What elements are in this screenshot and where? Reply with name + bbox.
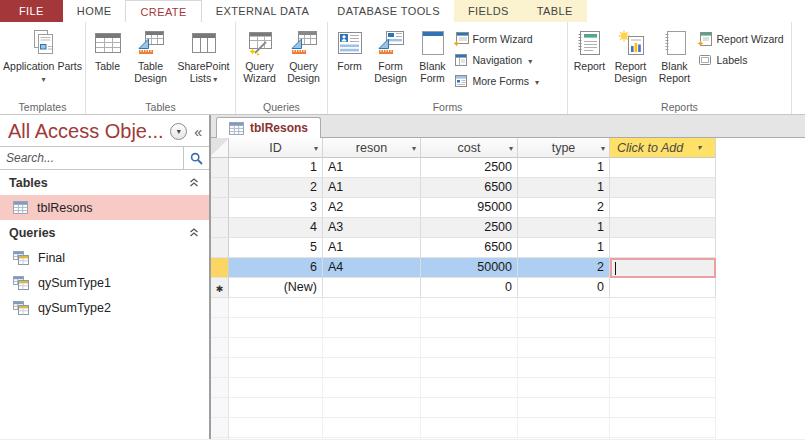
cell-cost[interactable]: 2500 <box>421 218 518 238</box>
cell-id[interactable]: 4 <box>229 218 323 238</box>
column-header-cost[interactable]: cost▾ <box>421 138 518 158</box>
labels-button[interactable]: Labels <box>697 51 789 68</box>
report-wizard-button[interactable]: Report Wizard <box>697 30 789 47</box>
select-all-corner[interactable] <box>211 138 229 158</box>
form-icon <box>335 26 365 60</box>
cell-cost[interactable]: 95000 <box>421 198 518 218</box>
report-button[interactable]: Report <box>571 25 609 100</box>
tab-table[interactable]: TABLE <box>523 0 587 22</box>
row-selector[interactable] <box>211 238 229 258</box>
tab-create[interactable]: CREATE <box>125 0 201 22</box>
cell-id[interactable]: 1 <box>229 158 323 178</box>
sidebar-item-qysumtype2[interactable]: qySumType2 <box>0 295 209 320</box>
navigation-button[interactable]: Navigation <box>453 51 565 68</box>
cell-reson[interactable]: A1 <box>323 178 421 198</box>
document-tab-tblresons[interactable]: tblResons <box>216 117 321 138</box>
active-cell[interactable] <box>610 258 716 278</box>
cell-reson[interactable] <box>323 278 421 298</box>
row-selector-new[interactable] <box>211 278 229 298</box>
cell-type[interactable]: 1 <box>518 238 610 258</box>
sidebar-item-qysumtype1[interactable]: qySumType1 <box>0 270 209 295</box>
blank-report-button[interactable]: Blank Report <box>653 25 697 100</box>
more-forms-button[interactable]: More Forms <box>453 72 565 89</box>
report-wizard-label: Report Wizard <box>717 33 784 45</box>
table-design-button[interactable]: Table Design <box>128 25 174 100</box>
chevron-down-icon[interactable]: ▾ <box>314 143 318 152</box>
form-design-button[interactable]: Form Design <box>369 25 413 100</box>
sidebar-section-queries[interactable]: Queries <box>0 220 209 245</box>
form-button[interactable]: Form <box>331 25 369 100</box>
report-design-button[interactable]: Report Design <box>609 25 653 100</box>
cell-type[interactable]: 1 <box>518 218 610 238</box>
cell-cost[interactable]: 0 <box>421 278 518 298</box>
cell-cost[interactable]: 50000 <box>421 258 518 278</box>
chevron-down-icon[interactable]: ▾ <box>509 143 513 152</box>
sidebar-item-tblresons[interactable]: tblResons <box>0 195 209 220</box>
column-header-id[interactable]: ID▾ <box>229 138 323 158</box>
column-header-reson[interactable]: reson▾ <box>323 138 421 158</box>
cell-click-to-add[interactable] <box>610 178 716 198</box>
row-selector[interactable] <box>211 178 229 198</box>
row-selector-current[interactable] <box>211 258 229 278</box>
cell-reson[interactable]: A1 <box>323 238 421 258</box>
chevron-down-icon[interactable]: ▾ <box>412 143 416 152</box>
cell-type[interactable]: 2 <box>518 258 610 278</box>
cell-click-to-add[interactable] <box>610 198 716 218</box>
cell-click-to-add[interactable] <box>610 158 716 178</box>
table-row: 3 A2 95000 2 <box>211 198 805 218</box>
shutter-bar-close-button[interactable] <box>194 124 202 140</box>
chevron-down-icon[interactable]: ▾ <box>697 143 701 152</box>
cell-id[interactable]: 2 <box>229 178 323 198</box>
blank-form-button[interactable]: Blank Form <box>413 25 453 100</box>
cell-id[interactable]: 3 <box>229 198 323 218</box>
tab-home[interactable]: HOME <box>63 0 126 22</box>
tab-file[interactable]: FILE <box>0 0 63 22</box>
cell-reson[interactable]: A1 <box>323 158 421 178</box>
section-label-queries: Queries <box>9 226 56 240</box>
search-icon[interactable] <box>183 147 209 169</box>
cell-type[interactable]: 2 <box>518 198 610 218</box>
tab-fields[interactable]: FIELDS <box>454 0 523 22</box>
cell-type[interactable]: 1 <box>518 158 610 178</box>
tab-database-tools[interactable]: DATABASE TOOLS <box>323 0 454 22</box>
cell-click-to-add[interactable] <box>610 218 716 238</box>
cell-type[interactable]: 1 <box>518 178 610 198</box>
cell-reson[interactable]: A2 <box>323 198 421 218</box>
row-selector[interactable] <box>211 198 229 218</box>
column-header-click-to-add[interactable]: Click to Add▾ <box>610 138 716 158</box>
report-label: Report <box>574 60 606 72</box>
form-design-label: Form Design <box>374 60 407 84</box>
cell-click-to-add[interactable] <box>610 238 716 258</box>
cell-cost[interactable]: 6500 <box>421 178 518 198</box>
sidebar-section-tables[interactable]: Tables <box>0 170 209 195</box>
cell-id[interactable]: (New) <box>229 278 323 298</box>
report-design-icon <box>616 26 646 60</box>
cell-cost[interactable]: 6500 <box>421 238 518 258</box>
sidebar-item-final[interactable]: Final <box>0 245 209 270</box>
sharepoint-lists-label: SharePoint Lists <box>178 60 230 84</box>
row-selector[interactable] <box>211 218 229 238</box>
chevron-down-icon[interactable]: ▾ <box>601 143 605 152</box>
row-selector[interactable] <box>211 158 229 178</box>
query-design-button[interactable]: Query Design <box>282 25 326 100</box>
cell-reson[interactable]: A3 <box>323 218 421 238</box>
search-input[interactable] <box>0 147 183 169</box>
nav-pane-menu-button[interactable] <box>170 123 187 140</box>
document-tab-strip: tblResons <box>211 115 805 138</box>
application-parts-button[interactable]: Application Parts <box>3 25 83 100</box>
cell-cost[interactable]: 2500 <box>421 158 518 178</box>
column-header-type[interactable]: type▾ <box>518 138 610 158</box>
query-design-label: Query Design <box>287 60 320 84</box>
cell-reson[interactable]: A4 <box>323 258 421 278</box>
tab-external-data[interactable]: EXTERNAL DATA <box>202 0 324 22</box>
cell-id[interactable]: 6 <box>229 258 323 278</box>
cell-type[interactable]: 0 <box>518 278 610 298</box>
cell-click-to-add[interactable] <box>610 278 716 298</box>
cell-id[interactable]: 5 <box>229 238 323 258</box>
table-button[interactable]: Table <box>88 25 128 100</box>
more-forms-icon <box>453 73 469 89</box>
access-window: FILE HOME CREATE EXTERNAL DATA DATABASE … <box>0 0 805 440</box>
form-wizard-button[interactable]: Form Wizard <box>453 30 565 47</box>
query-wizard-button[interactable]: Query Wizard <box>238 25 282 100</box>
sharepoint-lists-button[interactable]: SharePoint Lists <box>174 25 234 100</box>
